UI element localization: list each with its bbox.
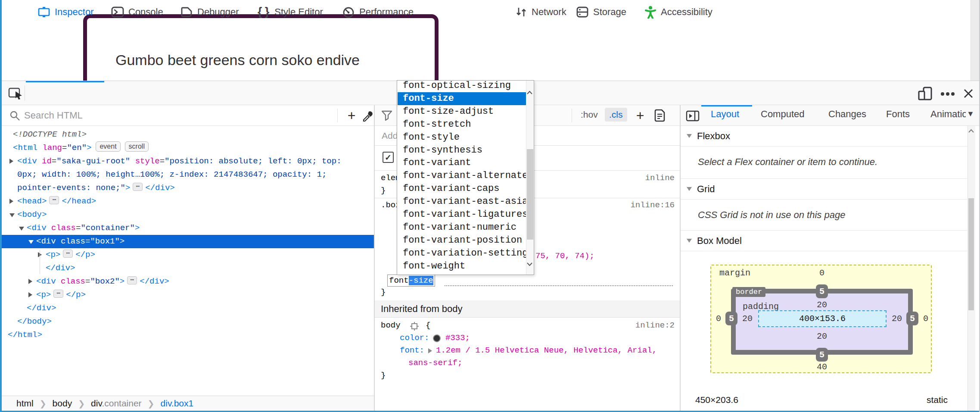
collapse-twisty-icon[interactable]	[19, 227, 24, 231]
print-simulation-button[interactable]	[654, 109, 666, 122]
markup-row[interactable]: <body>	[2, 208, 374, 222]
body-color-value[interactable]: #333;	[445, 332, 470, 344]
element-rule-source-link[interactable]: inline	[590, 172, 675, 184]
markup-row[interactable]: <p>⋯</p>	[2, 248, 374, 262]
scroll-down-icon[interactable]	[526, 262, 534, 267]
tab-computed[interactable]: Computed	[761, 109, 805, 120]
scroll-up-icon[interactable]	[526, 90, 534, 95]
autocomplete-item[interactable]: font-variant-ligatures	[398, 208, 526, 221]
pseudo-class-panel-button[interactable]: :hov	[577, 108, 601, 122]
search-input[interactable]	[23, 109, 266, 122]
highlight-selector-icon[interactable]	[410, 321, 419, 331]
flexbox-section-header[interactable]: Flexbox	[681, 126, 968, 147]
box-model-section-header[interactable]: Box Model	[681, 231, 968, 251]
tab-network[interactable]: Network	[515, 0, 566, 24]
border-left-value[interactable]: 5	[725, 312, 737, 325]
border-right-value[interactable]: 5	[906, 312, 918, 325]
content-box[interactable]: 400×153.6	[758, 310, 887, 327]
collapsed-children-icon[interactable]: ⋯	[53, 290, 63, 298]
autocomplete-item[interactable]: font-weight	[398, 260, 526, 273]
box1-border-value-fragment[interactable]: 75, 70, 74);	[535, 250, 594, 262]
filter-styles-icon[interactable]	[381, 109, 393, 122]
color-swatch[interactable]	[433, 334, 441, 342]
markup-row[interactable]: <head>⋯</head>	[2, 195, 374, 208]
markup-row[interactable]: 0px; width: 100%; height…100%; z-index: …	[2, 168, 374, 181]
expand-twisty-icon[interactable]	[9, 199, 13, 204]
autocomplete-item[interactable]: font-variant-east-asian	[398, 195, 526, 208]
autocomplete-item[interactable]: font-optical-sizing	[398, 79, 526, 92]
margin-bottom-value[interactable]: 40	[813, 362, 831, 372]
event-badge[interactable]: event	[96, 141, 120, 152]
add-node-button[interactable]: +	[344, 106, 359, 125]
eyedropper-button[interactable]	[362, 109, 374, 122]
expand-panel-icon[interactable]	[686, 110, 700, 122]
tab-style-editor[interactable]: { } Style Editor	[258, 0, 323, 24]
border-top-value[interactable]: 5	[816, 284, 828, 298]
grid-section-header[interactable]: Grid	[681, 179, 968, 200]
markup-row[interactable]: pointer-events: none;">⋯</div>	[2, 181, 374, 195]
collapsed-children-icon[interactable]: ⋯	[49, 196, 59, 204]
expand-twisty-icon[interactable]	[28, 279, 32, 284]
margin-right-value[interactable]: 0	[919, 314, 932, 324]
tab-changes[interactable]: Changes	[828, 109, 866, 120]
collapsed-children-icon[interactable]: ⋯	[127, 276, 137, 284]
margin-left-value[interactable]: 0	[712, 314, 725, 324]
markup-row[interactable]: </html>	[2, 328, 374, 342]
panel-splitter-right[interactable]	[680, 105, 681, 411]
autocomplete-item[interactable]: font-variant-alternates	[398, 169, 526, 182]
add-rule-button[interactable]: +	[632, 106, 648, 125]
markup-row[interactable]: </div>	[2, 262, 374, 275]
expand-twisty-icon[interactable]	[9, 159, 13, 164]
markup-row[interactable]: <div class="box2">⋯</div>	[2, 275, 374, 288]
autocomplete-item[interactable]: font-variant-numeric	[398, 221, 526, 234]
autocomplete-scrollbar-thumb[interactable]	[527, 149, 533, 240]
markup-row[interactable]: <p>⋯</p>	[2, 288, 374, 302]
autocomplete-item[interactable]: font-style	[398, 131, 526, 144]
tab-layout[interactable]: Layout	[711, 109, 739, 120]
tab-storage[interactable]: Storage	[576, 0, 626, 24]
autocomplete-item[interactable]: font-size	[398, 92, 526, 105]
autocomplete-item[interactable]: font-size-adjust	[398, 105, 526, 118]
devtools-menu-button[interactable]	[939, 89, 956, 99]
devtools-close-button[interactable]	[961, 87, 975, 100]
collapse-twisty-icon[interactable]	[9, 213, 15, 217]
autocomplete-item[interactable]: font-variant-caps	[398, 182, 526, 195]
body-font-value-line1[interactable]: 1.2em / 1.5 Helvetica Neue, Helvetica, A…	[436, 344, 657, 357]
autocomplete-item[interactable]: font-variant-position	[398, 234, 526, 247]
markup-row[interactable]: <div id="saka-gui-root" style="position:…	[2, 155, 374, 168]
margin-top-value[interactable]: 0	[813, 268, 831, 278]
body-rule-source-link[interactable]: inline:2	[590, 319, 675, 332]
padding-left-value[interactable]: 20	[740, 314, 755, 324]
autocomplete-scrollbar[interactable]	[526, 81, 534, 275]
autocomplete-item[interactable]: font-variant	[398, 156, 526, 169]
markup-row[interactable]: <html lang="en">eventscroll	[2, 141, 374, 155]
collapse-twisty-icon[interactable]	[28, 240, 34, 244]
breadcrumb-item[interactable]: div.box1	[161, 398, 194, 409]
responsive-design-mode-button[interactable]	[917, 86, 935, 101]
tab-performance[interactable]: Performance	[342, 0, 414, 24]
body-rule-selector[interactable]: body	[381, 319, 401, 332]
scroll-up-icon[interactable]	[968, 128, 975, 134]
body-color-property[interactable]: color:	[400, 332, 429, 344]
padding-right-value[interactable]: 20	[889, 314, 905, 324]
markup-row-selected[interactable]: <div class="box1">	[2, 235, 374, 248]
node-picker-button[interactable]	[8, 87, 24, 100]
markup-row[interactable]: <div class="container">	[2, 222, 374, 235]
breadcrumb-item[interactable]: div.container	[91, 398, 142, 409]
tab-inspector[interactable]: Inspector	[37, 0, 94, 24]
box1-rule-source-link[interactable]: inline:16	[590, 199, 675, 212]
class-checkbox[interactable]: ✓	[383, 152, 394, 163]
layout-scrollbar-thumb[interactable]	[968, 198, 974, 310]
tab-console[interactable]: Console	[111, 0, 163, 24]
page-scrollbar[interactable]	[971, 0, 980, 81]
new-property-input[interactable]: font-size	[387, 275, 435, 287]
tab-accessibility[interactable]: Accessibility	[644, 0, 712, 24]
padding-bottom-value[interactable]: 20	[813, 331, 831, 341]
body-font-property[interactable]: font:	[400, 344, 424, 357]
collapsed-children-icon[interactable]: ⋯	[63, 250, 73, 258]
markup-row[interactable]: </body>	[2, 315, 374, 328]
markup-row[interactable]: <!DOCTYPE html>	[2, 128, 374, 141]
expand-twisty-icon[interactable]	[28, 292, 32, 297]
event-badge[interactable]: scroll	[125, 141, 149, 152]
collapsed-children-icon[interactable]: ⋯	[133, 183, 143, 191]
